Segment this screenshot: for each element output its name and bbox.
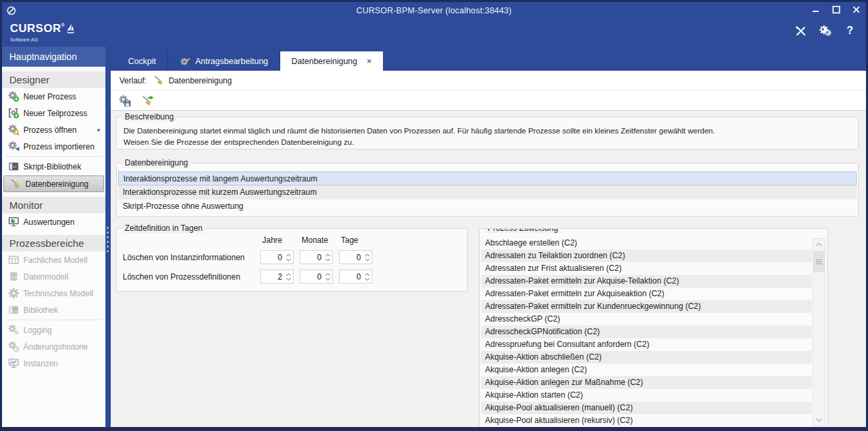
cleanup-row-selected[interactable]: Interaktionsprozesse mit langem Auswertu… — [118, 171, 857, 185]
process-list-item[interactable]: Akquise-Pool aktualisieren (rekursiv) (C… — [481, 414, 812, 427]
process-list-item[interactable]: Adressaten-Paket ermitteln zur Kundenrue… — [481, 300, 812, 313]
close-icon[interactable] — [850, 3, 862, 15]
spinner-up-icon — [286, 254, 292, 257]
vertical-scrollbar[interactable] — [813, 238, 825, 426]
time-definition-legend: Zeitdefinition in Tagen — [122, 224, 205, 233]
sidebar-item-datenbereinigung[interactable]: Datenbereinigung — [3, 175, 104, 192]
sidebar-item-label: Technisches Modell — [23, 289, 93, 298]
sidebar-item-label: Datenmodell — [23, 272, 68, 282]
history-gear-icon — [8, 341, 19, 352]
time-definition-groupbox: Zeitdefinition in Tagen Jahre Monate Tag… — [116, 228, 468, 292]
database-icon — [8, 271, 19, 282]
process-list-item[interactable]: Adressaten zur Frist aktualisieren (C2) — [481, 262, 812, 275]
history-entry[interactable]: Datenbereinigung — [169, 76, 232, 85]
process-assignment-legend: Prozess-Zuweisung — [485, 228, 560, 233]
sidebar-item-label: Neuer Prozess — [23, 92, 76, 101]
gear-pen-icon — [179, 55, 191, 67]
sidebar-item-label: Bibliothek — [23, 306, 58, 315]
process-list-item[interactable]: Akquise-Pool aktualisieren (manuell) (C2… — [481, 402, 812, 414]
tools-icon[interactable] — [794, 24, 807, 37]
spinner-instanz-tage[interactable]: 0 — [339, 250, 372, 264]
monitor-icon — [8, 358, 19, 369]
description-legend: Beschreibung — [122, 112, 176, 121]
process-list-item[interactable]: Adressaten-Paket ermitteln zur Akquiseak… — [481, 288, 812, 300]
process-list-item[interactable]: Adresspruefung bei Consultant anfordern … — [481, 338, 812, 351]
tab-close-icon[interactable]: × — [367, 57, 372, 65]
table-model-icon — [8, 254, 19, 266]
subprocess-add-icon — [8, 107, 19, 119]
sidebar-item-label: Auswertungen — [23, 218, 75, 227]
scroll-up-icon[interactable] — [813, 239, 825, 250]
sidebar-item-aenderungshistorie: Änderungshistorie — [2, 338, 105, 355]
process-list: Abschlaege erstellen (C2) Adressaten zu … — [481, 237, 812, 427]
spinner-instanz-jahre[interactable]: 0 — [260, 250, 294, 264]
spinner-down-icon — [364, 278, 370, 281]
process-list-item[interactable]: Akquise-Aktion anlegen (C2) — [481, 364, 812, 376]
sidebar-item-neuer-prozess[interactable]: Neuer Prozess — [2, 88, 105, 105]
sidebar-item-label: Neuer Teilprozess — [23, 109, 87, 118]
sidebar-item-prozess-importieren[interactable]: Prozess importieren — [2, 138, 105, 155]
spinner-prozess-jahre[interactable]: 2 — [260, 270, 294, 284]
process-assignment-groupbox: Prozess-Zuweisung Abschlaege erstellen (… — [479, 228, 828, 427]
process-list-item[interactable]: Akquise-Aktion starten (C2) — [481, 389, 812, 402]
description-line: Weisen Sie die Prozesse der entsprechend… — [123, 137, 851, 148]
chevron-down-icon[interactable]: ▾ — [97, 127, 100, 133]
minimize-icon[interactable] — [810, 3, 822, 15]
tab-label: Datenbereinigung — [292, 57, 358, 66]
process-list-item[interactable]: Abschlaege erstellen (C2) — [481, 237, 812, 250]
sidebar-item-label: Fachliches Modell — [23, 256, 87, 265]
broom-icon — [153, 75, 165, 86]
description-line: Die Datenbereinigung startet einmal tägl… — [123, 125, 851, 137]
gear-icon — [8, 288, 19, 299]
process-list-item[interactable]: Adressaten-Paket ermitteln zur Akquise-T… — [481, 275, 812, 288]
tab-bar: Cockpit Antragsbearbeitung Datenbereinig… — [111, 47, 866, 71]
tab-antragsbearbeitung[interactable]: Antragsbearbeitung — [168, 51, 280, 71]
maximize-icon[interactable] — [830, 3, 842, 15]
brand-name: CURSOR — [10, 22, 61, 35]
gears-import-icon — [8, 141, 19, 152]
process-list-item[interactable]: Akquise-Aktion anlegen zur Maßnahme (C2) — [481, 376, 812, 389]
spinner-prozess-tage[interactable]: 0 — [339, 270, 372, 284]
cleanup-legend: Datenbereinigung — [122, 158, 191, 167]
spinner-down-icon — [325, 278, 331, 281]
scroll-down-icon[interactable] — [813, 414, 825, 426]
sidebar-splitter[interactable] — [105, 47, 111, 427]
sidebar-item-label: Änderungshistorie — [23, 342, 88, 352]
spinner-prozess-monate[interactable]: 0 — [300, 270, 333, 284]
description-groupbox: Beschreibung Die Datenbereinigung starte… — [116, 117, 859, 149]
tab-datenbereinigung[interactable]: Datenbereinigung × — [280, 51, 383, 71]
sidebar-item-label: Logging — [23, 326, 52, 335]
admin-gears-icon[interactable] — [819, 24, 832, 37]
sidebar-item-neuer-teilprozess[interactable]: Neuer Teilprozess — [2, 105, 105, 121]
process-list-item[interactable]: AdresscheckGP (C2) — [481, 313, 812, 326]
tab-cockpit[interactable]: Cockpit — [117, 51, 168, 71]
row-label-prozessdefinitionen: Löschen von Prozessdefinitionen — [123, 272, 254, 282]
spinner-down-icon — [325, 258, 331, 262]
sidebar-item-instanzen: Instanzen — [2, 355, 105, 372]
process-list-item[interactable]: AdresscheckGPNotification (C2) — [481, 326, 812, 338]
process-list-item[interactable]: Akquise-Aktion abschließen (C2) — [481, 351, 812, 364]
sidebar: Hauptnavigation Designer Neuer Prozess N… — [2, 47, 105, 427]
sidebar-item-label: Instanzen — [23, 359, 58, 368]
cleanup-row[interactable]: Interaktionsprozesse mit kurzem Auswertu… — [118, 185, 857, 199]
log-gear-icon — [8, 324, 19, 336]
save-cleanup-button[interactable] — [117, 93, 132, 108]
sidebar-item-skript-bibliothek[interactable]: Skript-Bibliothek — [2, 158, 105, 175]
spinner-instanz-monate[interactable]: 0 — [300, 250, 333, 264]
scrollbar-thumb[interactable] — [813, 251, 825, 272]
row-label-instanzinformationen: Löschen von Instanzinformationen — [123, 253, 254, 262]
process-list-item[interactable]: Adressaten zu Teilaktion zuordnen (C2) — [481, 250, 812, 262]
sidebar-section-prozessbereiche: Prozessbereiche — [2, 235, 105, 252]
sidebar-item-label: Skript-Bibliothek — [23, 162, 81, 171]
sidebar-item-auswertungen[interactable]: Auswertungen — [2, 213, 105, 230]
titlebar: CURSOR-BPM-Server (localhost:38443) — [2, 2, 866, 19]
spinner-up-icon — [364, 273, 370, 276]
sidebar-section-monitor: Monitor — [2, 197, 105, 213]
sidebar-item-prozess-oeffnen[interactable]: Prozess öffnen ▾ — [2, 121, 105, 138]
help-icon[interactable]: ? — [843, 24, 857, 37]
assign-cleanup-button[interactable] — [140, 93, 155, 108]
cleanup-row[interactable]: Skript-Prozesse ohne Auswertung — [118, 199, 857, 213]
app-window: CURSOR-BPM-Server (localhost:38443) CURS… — [0, 0, 868, 431]
gears-open-icon — [8, 124, 19, 135]
monitor-chart-icon — [8, 216, 19, 228]
